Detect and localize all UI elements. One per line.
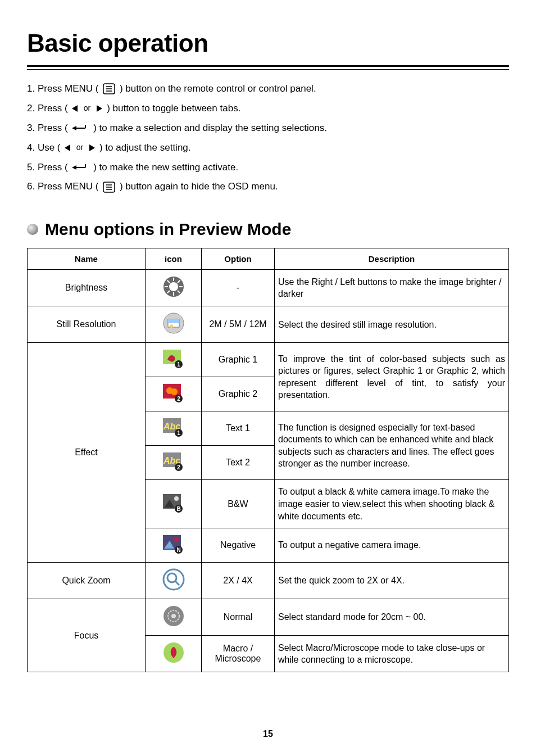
table-row: FocusNormalSelect standard mode for 20cm…: [28, 599, 509, 636]
svg-point-21: [169, 282, 178, 291]
step-text-before: 1. Press MENU (: [27, 81, 101, 97]
step-text-after: ) to make a selection and display the se…: [90, 120, 327, 137]
cell-description: Select Macro/Microscope mode to take clo…: [275, 636, 509, 672]
cell-option: Negative: [202, 528, 275, 563]
cell-description: Set the quick zoom to 2X or 4X.: [275, 563, 509, 599]
instruction-step: 2. Press ( or ) button to toggle between…: [27, 101, 509, 117]
text1-icon: Abc1: [146, 411, 202, 446]
table-row: Still Resolution2M / 5M / 12MSelect the …: [28, 306, 509, 343]
cell-description: To output a black & white camera image.T…: [275, 480, 509, 528]
col-name: Name: [28, 248, 146, 270]
table-row: Effect1Graphic 1To improve the tint of c…: [28, 343, 509, 377]
brightness-icon: [146, 270, 202, 306]
left-right-arrows: or: [72, 103, 102, 114]
page-title: Basic operation: [27, 29, 509, 57]
svg-marker-12: [89, 144, 95, 151]
left-right-arrows: or: [65, 142, 95, 153]
col-icon: icon: [146, 248, 202, 270]
svg-point-57: [174, 537, 179, 542]
instruction-step: 6. Press MENU ( ) button again to hide t…: [27, 179, 509, 195]
cell-description: Select standard mode for 20cm ~ 00.: [275, 599, 509, 636]
resolution-icon: [146, 306, 202, 343]
step-text-before: 6. Press MENU (: [27, 179, 101, 195]
enter-icon: [72, 123, 89, 134]
cell-option: Text 1: [202, 411, 275, 446]
col-option: Option: [202, 248, 275, 270]
cell-option: Text 2: [202, 446, 275, 480]
text2-icon: Abc2: [146, 446, 202, 480]
step-text-after: ) button on the remote control or contro…: [117, 81, 316, 97]
svg-point-65: [171, 614, 176, 618]
svg-rect-32: [168, 319, 179, 323]
svg-text:1: 1: [177, 361, 180, 368]
step-text-before: 4. Use (: [27, 140, 63, 156]
cell-name: Quick Zoom: [28, 563, 146, 599]
focus-icon: [146, 599, 202, 636]
svg-point-52: [174, 496, 179, 501]
svg-text:B: B: [176, 506, 180, 512]
instruction-step: 1. Press MENU ( ) button on the remote c…: [27, 81, 509, 97]
cell-name: Brightness: [28, 270, 146, 306]
page-number: 15: [0, 729, 536, 739]
cell-option: 2X / 4X: [202, 563, 275, 599]
col-description: Description: [275, 248, 509, 270]
instruction-step: 3. Press ( ) to make a selection and dis…: [27, 120, 509, 137]
step-text-before: 2. Press (: [27, 101, 70, 117]
cell-description: To output a negative camera image.: [275, 528, 509, 563]
cell-name: Focus: [28, 599, 146, 672]
section-header: Menu options in Preview Mode: [27, 220, 509, 239]
cell-option: Normal: [202, 599, 275, 636]
enter-icon: [72, 162, 89, 173]
svg-text:2: 2: [177, 396, 180, 402]
cell-description: Select the desired still image resolutio…: [275, 306, 509, 343]
svg-marker-7: [72, 126, 76, 130]
step-text-before: 3. Press (: [27, 120, 70, 137]
cell-option: -: [202, 270, 275, 306]
title-rule-thick: [27, 65, 509, 67]
cell-option: 2M / 5M / 12M: [202, 306, 275, 343]
menu-options-table: Name icon Option Description Brightness-…: [27, 248, 509, 672]
macro-icon: [146, 636, 202, 672]
svg-marker-4: [72, 105, 78, 112]
svg-text:N: N: [176, 547, 180, 553]
cell-description: To improve the tint of color-based subje…: [275, 343, 509, 411]
section-title: Menu options in Preview Mode: [45, 220, 291, 239]
svg-marker-6: [97, 105, 102, 112]
svg-point-33: [170, 324, 173, 328]
graphic1-icon: 1: [146, 343, 202, 377]
zoom-icon: [146, 563, 202, 599]
svg-text:1: 1: [177, 430, 180, 436]
bw-icon: B: [146, 480, 202, 528]
cell-name: Still Resolution: [28, 306, 146, 343]
svg-point-61: [167, 573, 176, 582]
instruction-step: 4. Use ( or ) to adjust the setting.: [27, 140, 509, 156]
svg-marker-13: [72, 165, 76, 170]
svg-line-62: [175, 581, 179, 585]
instruction-step: 5. Press ( ) to make the new setting act…: [27, 160, 509, 176]
step-text-before: 5. Press (: [27, 160, 70, 176]
cell-option: B&W: [202, 480, 275, 528]
graphic2-icon: 2: [146, 377, 202, 411]
table-row: Brightness-Use the Right / Left buttons …: [28, 270, 509, 306]
menu-icon: [103, 83, 115, 94]
menu-icon: [103, 182, 115, 193]
cell-option: Graphic 2: [202, 377, 275, 411]
cell-option: Graphic 1: [202, 343, 275, 377]
cell-option: Macro / Microscope: [202, 636, 275, 672]
bullet-icon: [27, 224, 38, 235]
svg-text:or: or: [84, 104, 91, 112]
table-row: Quick Zoom2X / 4XSet the quick zoom to 2…: [28, 563, 509, 599]
step-text-after: ) button to toggle between tabs.: [104, 101, 240, 117]
cell-name: Effect: [28, 343, 146, 563]
step-text-after: ) button again to hide the OSD menu.: [117, 179, 278, 195]
instruction-steps: 1. Press MENU ( ) button on the remote c…: [27, 81, 509, 195]
svg-point-39: [171, 388, 178, 395]
cell-description: Use the Right / Left buttons to make the…: [275, 270, 509, 306]
negative-icon: N: [146, 528, 202, 563]
svg-text:or: or: [76, 143, 84, 152]
cell-description: The function is designed especially for …: [275, 411, 509, 480]
svg-text:2: 2: [177, 464, 180, 470]
svg-marker-10: [65, 144, 70, 151]
step-text-after: ) to make the new setting activate.: [90, 160, 238, 176]
step-text-after: ) to adjust the setting.: [97, 140, 190, 156]
